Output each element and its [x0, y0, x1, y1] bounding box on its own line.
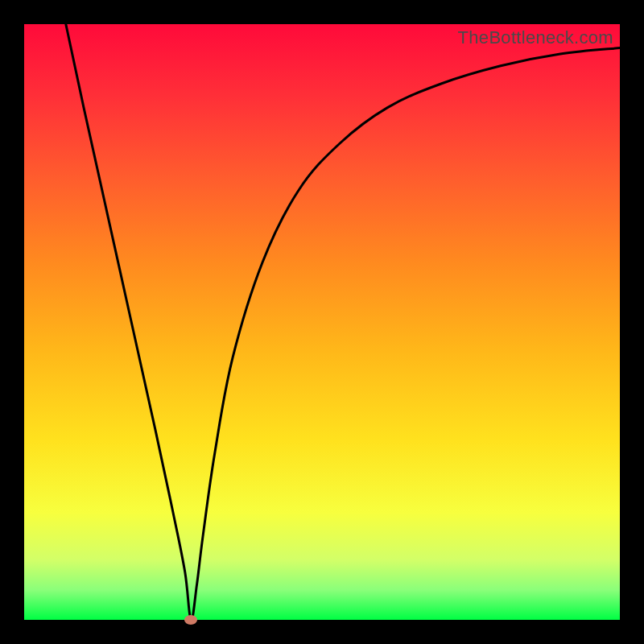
- bottleneck-curve: [66, 24, 620, 620]
- chart-frame: TheBottleneck.com: [0, 0, 644, 644]
- optimal-point-marker: [184, 615, 197, 625]
- plot-area: TheBottleneck.com: [24, 24, 620, 620]
- curve-svg: [24, 24, 620, 620]
